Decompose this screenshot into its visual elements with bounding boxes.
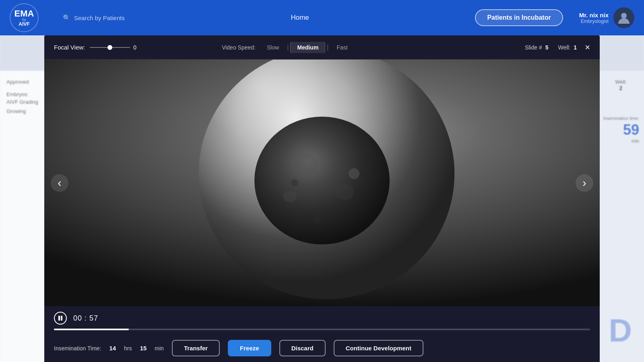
- insemination-min-unit: min: [155, 345, 164, 352]
- bg-right-panel: Well: 2 Insemination time: 59 min D: [598, 71, 644, 362]
- user-name: Mr. nix nix: [579, 12, 609, 19]
- insemination-hrs: 14: [109, 345, 116, 352]
- focal-view-label: Focal View:: [54, 44, 85, 51]
- video-speed-label: Video Speed:: [222, 44, 256, 51]
- slider-track: [90, 47, 130, 48]
- timeline-area: 00 : 57: [44, 306, 600, 334]
- patients-in-incubator-button[interactable]: Patients in Incubator: [475, 9, 563, 26]
- search-icon: 🔍: [63, 14, 71, 22]
- video-area: ‹: [44, 60, 600, 306]
- logo: EMA by AIVF: [10, 3, 39, 32]
- transfer-button[interactable]: Transfer: [172, 340, 220, 356]
- action-bar: Insemination Time: 14 hrs 15 min Transfe…: [44, 334, 600, 362]
- bg-well-num: 2: [603, 85, 639, 91]
- progress-bar-track[interactable]: [54, 329, 590, 330]
- speed-medium-button[interactable]: Medium: [290, 42, 325, 53]
- nav-home[interactable]: Home: [291, 14, 309, 22]
- slide-info: Slide # 5 Well: 1: [525, 44, 577, 51]
- bg-time-unit: min: [603, 138, 639, 144]
- svg-rect-11: [58, 316, 60, 321]
- bg-well-label: Well:: [603, 79, 639, 85]
- focal-slider[interactable]: 0: [90, 44, 136, 51]
- continue-development-button[interactable]: Continue Development: [334, 340, 423, 356]
- search-placeholder: Search by Patients: [74, 14, 125, 21]
- pause-button[interactable]: [54, 312, 67, 325]
- slide-number: 5: [545, 44, 549, 51]
- video-speed-section: Video Speed: Slow | Medium | Fast: [222, 42, 354, 53]
- bg-embryos: Embryos:: [6, 91, 40, 97]
- svg-point-4: [254, 117, 390, 245]
- speed-fast-button[interactable]: Fast: [330, 42, 354, 53]
- embryo-svg: [44, 60, 600, 306]
- modal-header: Focal View: 0 Video Speed: Slow | Medium…: [44, 35, 600, 60]
- user-area: Mr. nix nix Embryologist: [579, 7, 634, 28]
- bg-aivf-grading: AIVF Grading: [6, 99, 40, 105]
- next-arrow-button[interactable]: ›: [576, 174, 593, 192]
- svg-point-7: [283, 191, 297, 202]
- speed-slow-button[interactable]: Slow: [260, 42, 285, 53]
- user-info: Mr. nix nix Embryologist: [579, 12, 609, 24]
- logo-ema: EMA: [14, 9, 34, 18]
- bg-insemination-label: Insemination time:: [603, 115, 639, 121]
- prev-arrow-button[interactable]: ‹: [51, 174, 68, 192]
- svg-rect-12: [61, 316, 62, 321]
- progress-bar-fill: [54, 329, 129, 330]
- big-d-letter: D: [609, 312, 632, 349]
- close-button[interactable]: ×: [585, 43, 590, 52]
- bg-sidebar: Approved Embryos: AIVF Grading Growing: [0, 71, 46, 362]
- avatar: [613, 7, 634, 28]
- bg-growing: Growing: [6, 108, 40, 114]
- embryo-image: [44, 60, 600, 306]
- user-role: Embryologist: [579, 19, 609, 24]
- bg-approved: Approved: [6, 79, 40, 85]
- discard-button[interactable]: Discard: [279, 340, 326, 356]
- slide-label: Slide #: [525, 44, 542, 51]
- logo-aivf: AIVF: [19, 22, 29, 27]
- insemination-label: Insemination Time:: [54, 345, 101, 352]
- svg-point-8: [349, 168, 359, 179]
- video-modal: Focal View: 0 Video Speed: Slow | Medium…: [44, 35, 600, 362]
- svg-point-10: [313, 215, 322, 224]
- embryo-background: [44, 60, 600, 306]
- time-display: 00 : 57: [73, 314, 98, 323]
- focal-value: 0: [133, 44, 136, 51]
- timer-row: 00 : 57: [54, 312, 590, 325]
- search-area[interactable]: 🔍 Search by Patients: [63, 14, 125, 22]
- svg-point-5: [290, 153, 318, 176]
- insemination-hrs-unit: hrs: [124, 345, 132, 352]
- svg-point-0: [621, 13, 627, 19]
- bg-time-value: 59: [603, 121, 639, 138]
- insemination-min: 15: [140, 345, 147, 352]
- well-number: 1: [574, 44, 577, 51]
- slider-thumb: [107, 45, 112, 50]
- well-label: Well:: [558, 44, 570, 51]
- svg-point-6: [336, 184, 354, 200]
- header: EMA by AIVF 🔍 Search by Patients Home Pa…: [0, 0, 644, 35]
- svg-point-9: [291, 179, 298, 186]
- freeze-button[interactable]: Freeze: [228, 340, 271, 356]
